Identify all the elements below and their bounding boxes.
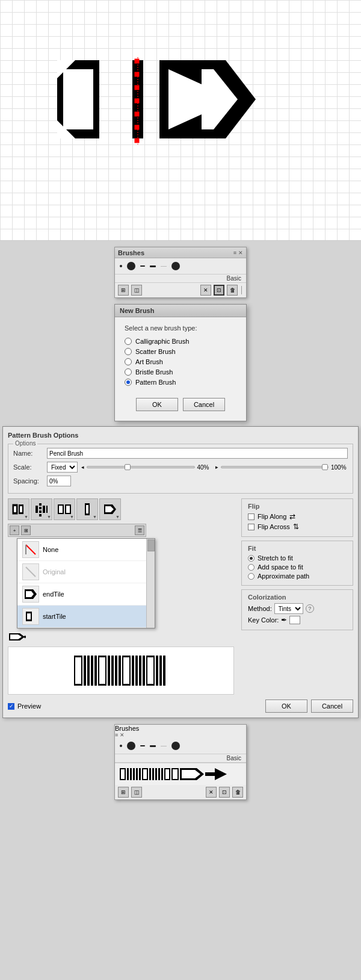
pbo-spacing-input[interactable] [47, 476, 71, 486]
scale-slider-thumb[interactable] [125, 464, 131, 470]
fit-stretch-radio[interactable] [248, 555, 255, 562]
radio-calligraphic[interactable] [125, 338, 132, 345]
brush-type-art[interactable]: Art Brush [125, 358, 236, 365]
panel-collapse-icon[interactable]: ≡ [233, 250, 236, 256]
preview-checkbox[interactable]: ✓ [8, 703, 14, 710]
scale-arrow-left: ◂ [81, 464, 84, 470]
mini-icon-list[interactable]: ☰ [135, 526, 144, 535]
delete2-icon[interactable]: ✕ [206, 787, 217, 798]
svg-rect-22 [39, 503, 42, 506]
pbo-scale-select[interactable]: Fixed [47, 462, 78, 473]
svg-rect-51 [87, 656, 90, 686]
tile-button-2[interactable]: ▼ [31, 498, 52, 520]
library-icon[interactable]: ⊞ [118, 285, 129, 296]
svg-rect-56 [108, 656, 110, 686]
tile-button-4[interactable]: ▼ [76, 498, 98, 520]
radio-bristle[interactable] [125, 368, 132, 376]
scrollbar-thumb[interactable] [147, 539, 155, 551]
library2-icon[interactable]: ⊞ [118, 787, 129, 798]
brushes-panel-titlebar: Brushes ≡ ✕ [115, 247, 246, 258]
svg-rect-33 [86, 505, 88, 513]
scale-slider-track[interactable] [87, 466, 195, 468]
svg-rect-24 [39, 510, 42, 513]
brush-type-calligraphic[interactable]: Calligraphic Brush [125, 338, 236, 345]
mini-icon-add[interactable]: + [10, 526, 19, 535]
tile-dropdown-menu: None Original [17, 538, 155, 628]
tile-button-1[interactable]: ▼ [8, 498, 29, 520]
brush2-dot-large[interactable] [127, 742, 135, 750]
brush-dot-large[interactable] [127, 262, 135, 270]
svg-rect-23 [39, 507, 42, 509]
svg-rect-8 [135, 85, 139, 90]
new-brush-cancel-button[interactable]: Cancel [183, 398, 225, 411]
mini-icon-grid[interactable]: ⊞ [21, 526, 31, 535]
new-brush-icon[interactable]: ⊡ [214, 285, 224, 296]
svg-rect-67 [147, 657, 153, 684]
svg-rect-61 [123, 657, 129, 684]
brush2-dot-small[interactable] [120, 745, 122, 747]
brushes2-toolbar: ⊞ ◫ ✕ ⊡ 🗑 [115, 785, 246, 799]
fit-space-radio[interactable] [248, 564, 255, 571]
folder-icon[interactable]: ◫ [131, 285, 142, 296]
svg-rect-21 [35, 506, 38, 513]
svg-rect-53 [94, 656, 97, 686]
svg-rect-58 [115, 656, 117, 686]
flip-along-checkbox[interactable] [248, 513, 255, 520]
trash-icon[interactable]: 🗑 [227, 285, 238, 296]
svg-line-36 [26, 545, 35, 554]
tile-button-3[interactable]: ▼ [54, 498, 75, 520]
flip-across-checkbox[interactable] [248, 524, 255, 530]
panel2-collapse-icon[interactable]: ≡ [115, 732, 118, 738]
tile-button-5[interactable]: ▼ [99, 498, 121, 520]
radio-scatter[interactable] [125, 348, 132, 355]
scale-slider-thumb2[interactable] [322, 464, 328, 470]
pbo-name-input[interactable] [47, 448, 348, 459]
svg-rect-81 [152, 768, 154, 780]
pbo-cancel-button[interactable]: Cancel [311, 699, 353, 713]
brush-type-bristle[interactable]: Bristle Brush [125, 368, 236, 376]
brush-dash-medium[interactable] [150, 265, 156, 267]
tile-buttons-row: ▼ ▼ [8, 498, 234, 520]
pencil-brush-row[interactable] [115, 763, 246, 785]
method-select[interactable]: Tints [274, 603, 303, 614]
svg-rect-74 [130, 768, 132, 780]
brush2-dash-medium[interactable] [150, 745, 156, 747]
tile-dropdown-4: ▼ [93, 515, 97, 519]
folder2-icon[interactable]: ◫ [131, 787, 142, 798]
panel2-icon-group: ≡ ✕ [115, 732, 246, 738]
radio-art[interactable] [125, 358, 132, 365]
dropdown-original-label: Original [43, 568, 66, 575]
brush-dot-small[interactable] [120, 265, 122, 267]
dropdown-item-none[interactable]: None [17, 539, 155, 561]
brush-type-pattern[interactable]: Pattern Brush [125, 379, 236, 386]
scale-slider-track2[interactable] [221, 466, 329, 468]
dropdown-item-endtile[interactable]: endTile [17, 583, 155, 606]
brush2-dot-round[interactable] [171, 742, 180, 750]
new-brush-dialog-body: Select a new brush type: Calligraphic Br… [115, 317, 246, 421]
pbo-name-row: Name: [13, 448, 348, 459]
dropdown-item-original[interactable]: Original [17, 561, 155, 583]
panel2-close-icon[interactable]: ✕ [120, 732, 125, 738]
brush-type-scatter[interactable]: Scatter Brush [125, 348, 236, 355]
radio-pattern[interactable] [125, 379, 132, 386]
flip-across-label: Flip Across [258, 523, 290, 530]
panel-icon-group: ≡ ✕ [233, 250, 243, 256]
dropdown-item-starttile[interactable]: startTile [17, 606, 155, 628]
trash2-icon[interactable]: 🗑 [232, 787, 243, 798]
delete-brush-icon[interactable]: ✕ [200, 285, 211, 296]
fit-approx-radio[interactable] [248, 573, 255, 580]
panel-close-icon[interactable]: ✕ [238, 250, 243, 256]
brush-dash-small[interactable] [140, 265, 145, 267]
new-brush-ok-button[interactable]: OK [136, 398, 178, 411]
info-icon[interactable]: ? [306, 604, 314, 613]
new-brush2-icon[interactable]: ⊡ [219, 787, 230, 798]
key-color-swatch[interactable] [289, 616, 300, 624]
dropdown-scrollbar[interactable] [146, 539, 155, 628]
new-brush-buttons: OK Cancel [125, 393, 236, 414]
flip-across-row: Flip Across ⇅ [248, 523, 347, 531]
brush2-dash-small[interactable] [140, 745, 145, 746]
pbo-action-buttons: OK Cancel [265, 699, 353, 713]
eyedropper-icon[interactable]: ✒ [281, 616, 287, 624]
brush-dot-round[interactable] [171, 262, 180, 270]
pbo-ok-button[interactable]: OK [265, 699, 307, 713]
